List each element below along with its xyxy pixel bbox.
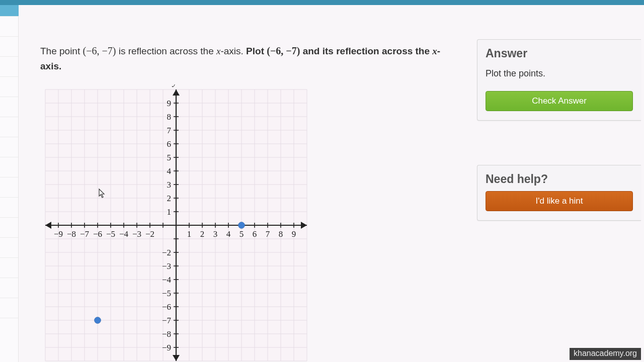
svg-text:9: 9	[167, 99, 172, 108]
q-point2: (−6, −7)	[267, 45, 300, 56]
plotted-point[interactable]	[238, 222, 245, 229]
q-axis2: x	[432, 46, 437, 56]
left-sidebar	[0, 16, 19, 362]
footer-brand: khanacademy.org	[570, 348, 641, 360]
svg-text:−3: −3	[132, 229, 141, 239]
answer-panel: Answer Plot the points. Check Answer	[477, 39, 641, 121]
answer-instruction: Plot the points.	[477, 68, 641, 91]
svg-text:−8: −8	[162, 329, 171, 339]
svg-text:−5: −5	[162, 289, 171, 298]
top-bar	[0, 0, 644, 5]
q-prefix: The point	[40, 46, 83, 56]
hint-button[interactable]: I'd like a hint	[486, 191, 633, 211]
q-tail: and its reflection across the	[300, 46, 432, 56]
svg-text:−6: −6	[162, 302, 171, 312]
svg-text:8: 8	[167, 112, 172, 122]
q-plot-word: Plot	[246, 46, 267, 56]
svg-text:2: 2	[167, 194, 172, 203]
svg-text:4: 4	[167, 166, 172, 176]
svg-text:y: y	[172, 84, 178, 87]
svg-text:5: 5	[167, 153, 172, 162]
svg-text:6: 6	[167, 139, 172, 149]
svg-text:−7: −7	[80, 229, 90, 239]
help-title: Need help?	[477, 165, 641, 191]
plotted-point[interactable]	[95, 317, 101, 324]
svg-text:2: 2	[200, 229, 205, 239]
svg-text:1: 1	[167, 207, 172, 217]
q-axis-suffix: -axis.	[220, 46, 246, 56]
svg-text:5: 5	[239, 229, 244, 239]
svg-text:1: 1	[187, 229, 192, 239]
svg-text:−2: −2	[162, 248, 171, 257]
answer-title: Answer	[477, 40, 641, 68]
top-tab[interactable]	[0, 5, 19, 16]
svg-text:8: 8	[279, 229, 283, 239]
svg-text:−4: −4	[119, 229, 129, 239]
svg-text:4: 4	[226, 229, 231, 239]
svg-text:−9: −9	[54, 229, 63, 239]
svg-text:−3: −3	[162, 261, 171, 271]
svg-text:9: 9	[292, 229, 296, 239]
svg-text:3: 3	[167, 180, 172, 190]
svg-text:−7: −7	[162, 316, 172, 325]
check-answer-button[interactable]: Check Answer	[486, 91, 633, 111]
q-point1: (−6, −7)	[83, 45, 116, 56]
svg-text:−4: −4	[162, 275, 172, 285]
q-mid: is reflection across the	[116, 46, 216, 56]
svg-text:−2: −2	[145, 229, 154, 239]
svg-text:3: 3	[213, 229, 218, 239]
svg-text:−9: −9	[162, 343, 171, 352]
help-panel: Need help? I'd like a hint	[477, 165, 641, 221]
svg-text:−8: −8	[67, 229, 76, 239]
svg-text:−5: −5	[106, 229, 115, 239]
svg-text:7: 7	[167, 126, 172, 135]
svg-text:−6: −6	[93, 229, 102, 239]
svg-text:7: 7	[266, 229, 270, 239]
coordinate-plane[interactable]: −9−8−7−6−5−4−3−2123456789−9−8−7−6−5−4−3−…	[40, 84, 312, 362]
question-text: The point (−6, −7) is reflection across …	[40, 43, 458, 74]
svg-text:6: 6	[253, 229, 257, 239]
